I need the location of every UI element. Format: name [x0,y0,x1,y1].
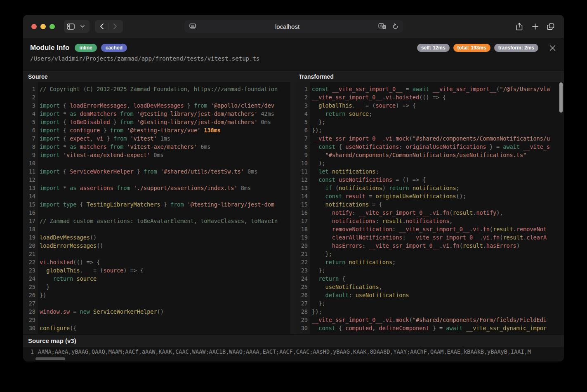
transformed-pane-title: Transformed [299,71,334,82]
code-line: 5import { toBeDisabled } from '@testing-… [23,118,290,126]
code-line: 27 [23,299,290,307]
code-line: 21 }; [295,250,564,258]
code-line: 18 [23,225,290,233]
line-number: 11 [23,167,38,176]
back-button[interactable] [95,20,108,33]
code-line: 16 [23,209,290,217]
reload-icon [392,23,398,30]
line-number: 16 [295,209,310,217]
sidebar-menu-button[interactable] [77,20,88,33]
code-line: 30 const { computed, defineComponent } =… [295,324,564,332]
tab-overview-button[interactable] [544,20,557,33]
line-number: 29 [295,316,310,324]
code-line: 23 }; [295,266,564,275]
code-line: 24 return { [295,275,564,283]
line-number: 12 [23,176,38,184]
code-line: 10 ); [295,159,564,167]
code-line: 8import * as matchers from 'vitest-axe/m… [23,143,290,151]
forward-button[interactable] [108,20,122,33]
panes-header: Source Transformed [23,70,564,82]
traffic-light-close[interactable] [31,24,37,29]
code-line: 26}) [23,291,290,299]
line-number: 5 [295,118,310,126]
page-title: Module Info [30,44,69,52]
code-line: 24 return source [23,275,290,283]
url-text: localhost [199,23,376,30]
plus-icon [532,23,538,30]
translate-icon: A a [378,23,387,30]
badge-inline: inline [75,44,97,52]
traffic-light-minimize[interactable] [40,24,46,29]
line-number: 13 [295,184,310,192]
line-number: 7 [23,134,38,143]
address-bar[interactable]: localhost A a [184,20,403,33]
chevron-left-icon [100,23,104,29]
vertical-scrollbar-thumb[interactable] [559,82,563,113]
line-number: 27 [295,299,310,307]
code-line: 18 removeNotification: __vite_ssr_import… [295,225,564,233]
code-line: 2 [23,93,290,101]
toolbar-right-buttons [513,20,557,33]
code-line: 20loadErrorMessages() [23,242,290,250]
line-number: 8 [295,143,310,151]
translate-button[interactable]: A a [376,20,389,33]
reader-options-icon [189,23,196,29]
reload-button[interactable] [389,20,402,33]
svg-text:A: A [380,24,382,28]
code-line: 5 }; [295,118,564,126]
chevron-down-icon [80,25,85,28]
code-line: 22 return notifications; [295,258,564,266]
code-line: 1// Copyright (C) 2012-2025 Zammad Found… [23,85,290,93]
line-number: 19 [23,233,38,242]
code-line: 3import { loadErrorMessages, loadDevMess… [23,101,290,110]
line-number: 20 [295,242,310,250]
line-number: 1 [295,85,310,93]
code-line: 23 globalThis.__ = (source) => { [23,266,290,275]
transformed-code-editor[interactable]: 1const __vite_ssr_import_0__ = await __v… [295,82,564,334]
source-pane-title: Source [28,71,47,82]
line-number: 24 [23,275,38,283]
browser-toolbar: localhost A a [23,15,564,38]
code-line: 3 globalThis.__ = (source) => { [295,101,564,110]
line-number: 11 [295,167,310,176]
new-tab-button[interactable] [528,20,542,33]
line-number: 29 [23,316,38,324]
timing-pills: self: 12ms total: 193ms transform: 2ms [417,44,538,52]
line-number: 25 [23,283,38,291]
traffic-light-zoom[interactable] [50,24,55,29]
code-line: 6}); [295,126,564,134]
nav-button-group [95,20,123,33]
code-line: 15import type { TestingLibraryMatchers }… [23,200,290,209]
source-code-editor[interactable]: 1// Copyright (C) 2012-2025 Zammad Found… [23,82,290,334]
line-number: 1 [23,85,38,93]
code-line: 17// Zammad custom assertions: toBeAvata… [23,217,290,225]
line-number: 9 [295,151,310,159]
line-number: 10 [295,159,310,167]
line-number: 21 [23,250,38,258]
line-number: 17 [295,217,310,225]
code-line: 20 hasErrors: __vite_ssr_import_0__.vi.f… [295,242,564,250]
line-number: 2 [23,93,38,101]
line-number: 18 [23,225,38,233]
horizontal-scrollbar-thumb[interactable] [35,357,65,360]
line-number: 3 [295,101,310,110]
code-line: 29__vite_ssr_import_0__.vi.mock("#shared… [295,316,564,324]
close-icon [549,45,556,51]
code-line: 8 const { useNotifications: originalUseN… [295,143,564,151]
code-line: 15 notifications = { [295,200,564,209]
sourcemap-line: 1 AAMA;AAeA,yBAAG,QAAQ,MAAM;AACf,aAAW,KA… [23,347,564,357]
code-line: 14 [23,192,290,200]
line-number: 26 [295,291,310,299]
share-icon [516,23,523,31]
line-number: 8 [23,143,38,151]
code-line: 4import * as domMatchers from '@testing-… [23,110,290,118]
code-line: 28window.sw = new ServiceWorkerHelper() [23,307,290,316]
timing-total: total: 193ms [453,44,490,52]
sourcemap-title: Source map (v3) [23,334,564,347]
share-button[interactable] [513,20,526,33]
sidebar-toggle-button[interactable] [64,20,77,33]
line-number: 9 [23,151,38,159]
close-button[interactable] [548,44,556,52]
code-line: 13 if (notifications) return notificatio… [295,184,564,192]
page-settings-button[interactable] [186,20,199,33]
